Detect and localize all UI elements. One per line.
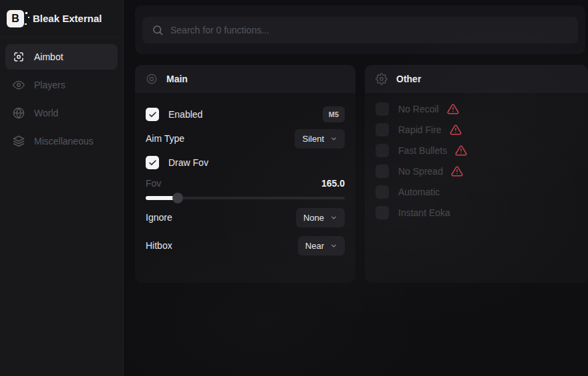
app-logo-icon: B [7, 10, 24, 27]
hitbox-row: Hitbox Near [146, 232, 345, 259]
sidebar-item-world[interactable]: World [5, 100, 118, 126]
sidebar-item-label: Miscellaneous [34, 136, 94, 147]
draw-fov-label: Draw Fov [168, 157, 208, 168]
warning-icon [451, 165, 463, 177]
no-recoil-row: No Recoil [376, 98, 577, 119]
sidebar-nav: Aimbot Players World [0, 37, 123, 163]
fov-label: Fov [146, 178, 161, 189]
globe-icon [13, 107, 25, 119]
main-panel: Main Enabled M5 Aim Type Silent [135, 65, 355, 283]
ignore-label: Ignore [146, 212, 172, 223]
other-panel: Other No Recoil Rapid Fire Fast Bullets [365, 65, 588, 283]
main-panel-header: Main [135, 65, 355, 93]
draw-fov-checkbox[interactable] [146, 156, 159, 169]
automatic-label: Automatic [398, 187, 440, 197]
ignore-select[interactable]: None [296, 208, 345, 227]
no-spread-checkbox[interactable] [376, 165, 389, 178]
search-icon [152, 24, 164, 36]
search-input[interactable] [170, 25, 569, 35]
instant-eoka-label: Instant Eoka [398, 207, 450, 218]
fov-slider-thumb[interactable] [172, 193, 183, 203]
sidebar-item-aimbot[interactable]: Aimbot [5, 44, 118, 70]
hitbox-label: Hitbox [146, 240, 172, 251]
warning-icon [447, 103, 459, 115]
instant-eoka-checkbox[interactable] [376, 206, 389, 219]
eye-icon [13, 79, 25, 91]
other-panel-title: Other [396, 74, 421, 84]
aim-type-label: Aim Type [146, 133, 184, 144]
draw-fov-row: Draw Fov [146, 152, 345, 173]
ignore-row: Ignore None [146, 203, 345, 232]
app-title: Bleak External [33, 13, 102, 24]
sidebar-item-players[interactable]: Players [5, 72, 118, 98]
sidebar: B Bleak External Aimbot Players [0, 0, 124, 376]
warning-icon [450, 124, 462, 136]
sidebar-item-label: Players [34, 80, 65, 90]
chevron-down-icon [330, 214, 337, 221]
automatic-row: Automatic [376, 181, 577, 202]
search-container [135, 5, 585, 54]
no-spread-row: No Spread [376, 161, 577, 181]
crosshair-scan-icon [13, 51, 25, 63]
hitbox-value: Near [305, 241, 324, 251]
fov-value: 165.0 [321, 178, 345, 189]
layers-icon [13, 135, 25, 147]
fast-bullets-row: Fast Bullets [376, 140, 577, 161]
chevron-down-icon [330, 135, 337, 143]
hitbox-select[interactable]: Near [298, 236, 345, 256]
instant-eoka-row: Instant Eoka [376, 202, 577, 223]
fast-bullets-label: Fast Bullets [398, 145, 447, 156]
logo-letter: B [11, 13, 19, 25]
target-icon [146, 73, 158, 85]
main-panel-title: Main [166, 74, 188, 84]
enabled-row: Enabled M5 [146, 104, 345, 125]
search-box[interactable] [142, 17, 578, 43]
enabled-label: Enabled [168, 109, 202, 120]
chevron-down-icon [330, 242, 337, 250]
rapid-fire-row: Rapid Fire [376, 119, 577, 140]
no-spread-label: No Spread [398, 166, 443, 177]
fov-slider-row [146, 193, 345, 203]
other-panel-header: Other [365, 65, 588, 93]
ignore-value: None [303, 213, 324, 223]
other-panel-body: No Recoil Rapid Fire Fast Bullets No Spr… [365, 93, 588, 228]
enabled-keybind-badge[interactable]: M5 [323, 106, 345, 122]
gear-icon [376, 73, 388, 85]
automatic-checkbox[interactable] [376, 185, 389, 199]
main-panel-body: Enabled M5 Aim Type Silent Draw Fov Fov … [135, 93, 355, 264]
aim-type-select[interactable]: Silent [295, 129, 345, 149]
fast-bullets-checkbox[interactable] [376, 144, 389, 157]
fov-row: Fov 165.0 [146, 173, 345, 193]
warning-icon [455, 145, 467, 157]
enabled-checkbox[interactable] [146, 108, 159, 121]
no-recoil-label: No Recoil [398, 104, 439, 114]
rapid-fire-checkbox[interactable] [376, 123, 389, 136]
no-recoil-checkbox[interactable] [376, 102, 389, 116]
rapid-fire-label: Rapid Fire [398, 124, 442, 135]
sidebar-item-label: World [34, 108, 58, 118]
sidebar-item-miscellaneous[interactable]: Miscellaneous [5, 128, 118, 154]
aim-type-row: Aim Type Silent [146, 125, 345, 152]
app-logo-row: B Bleak External [0, 0, 123, 37]
sidebar-item-label: Aimbot [34, 52, 63, 62]
aim-type-value: Silent [302, 134, 324, 144]
fov-slider[interactable] [146, 193, 345, 203]
